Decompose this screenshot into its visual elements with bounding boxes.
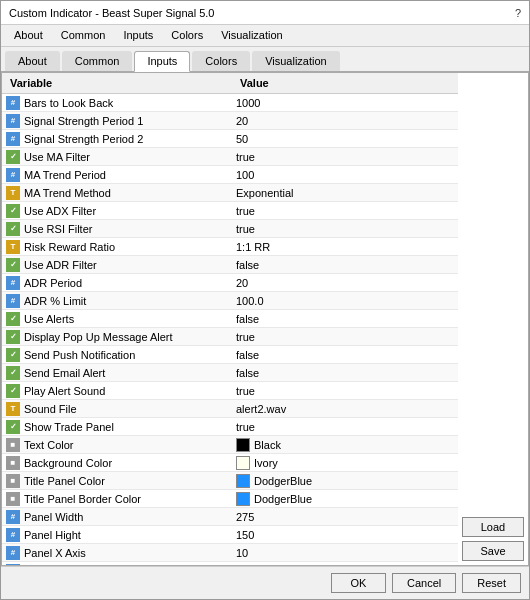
row-icon: # [6,114,20,128]
table-row[interactable]: ✓Use ADR Filterfalse [2,256,458,274]
var-label: Panel X Axis [24,547,86,559]
table-row[interactable]: ✓Use RSI Filtertrue [2,220,458,238]
window-title: Custom Indicator - Beast Super Signal 5.… [9,7,214,19]
color-swatch [236,492,250,506]
var-label: Use Alerts [24,313,74,325]
table-body: #Bars to Look Back1000#Signal Strength P… [2,94,458,565]
table-row[interactable]: ✓Play Alert Soundtrue [2,382,458,400]
tab-bar: About Common Inputs Colors Visualization [1,47,529,72]
table-row[interactable]: #ADR % Limit100.0 [2,292,458,310]
table-row[interactable]: ✓Display Pop Up Message Alerttrue [2,328,458,346]
row-icon: ■ [6,438,20,452]
val-text: Ivory [254,457,278,469]
var-label: ADR % Limit [24,295,86,307]
col-variable-header: Variable [6,75,236,91]
table-header: Variable Value [2,73,458,94]
table-row[interactable]: ✓Send Email Alertfalse [2,364,458,382]
tab-inputs[interactable]: Inputs [134,51,190,72]
val-text: alert2.wav [236,403,286,415]
help-button[interactable]: ? [515,7,521,19]
table-row[interactable]: TSound Filealert2.wav [2,400,458,418]
table-row[interactable]: #Panel Hight150 [2,526,458,544]
var-label: Use ADR Filter [24,259,97,271]
val-text: true [236,331,255,343]
table-row[interactable]: #Bars to Look Back1000 [2,94,458,112]
tab-colors[interactable]: Colors [192,51,250,71]
row-icon: ✓ [6,384,20,398]
ok-button[interactable]: OK [331,573,386,593]
menu-inputs[interactable]: Inputs [114,27,162,44]
table-row[interactable]: ✓Use ADX Filtertrue [2,202,458,220]
reset-button[interactable]: Reset [462,573,521,593]
val-text: DodgerBlue [254,493,312,505]
menu-common[interactable]: Common [52,27,115,44]
var-label: Signal Strength Period 2 [24,133,143,145]
row-icon: ✓ [6,366,20,380]
var-label: Background Color [24,457,112,469]
menu-colors[interactable]: Colors [162,27,212,44]
row-icon: ✓ [6,312,20,326]
tab-visualization[interactable]: Visualization [252,51,340,71]
load-button[interactable]: Load [462,517,524,537]
table-row[interactable]: #Panel Width275 [2,508,458,526]
val-text: 100 [236,169,254,181]
val-text: Exponential [236,187,294,199]
val-text: 50 [236,133,248,145]
bottom-panel: OK Cancel Reset [1,566,529,599]
var-label: Panel Y Axis [24,565,85,566]
table-row[interactable]: ✓Use Alertsfalse [2,310,458,328]
tab-about[interactable]: About [5,51,60,71]
table-row[interactable]: ■Title Panel Border ColorDodgerBlue [2,490,458,508]
save-button[interactable]: Save [462,541,524,561]
val-text: 0 [236,565,242,566]
val-text: true [236,151,255,163]
table-row[interactable]: ✓Show Trade Paneltrue [2,418,458,436]
table-row[interactable]: #ADR Period20 [2,274,458,292]
var-label: Signal Strength Period 1 [24,115,143,127]
var-label: Panel Width [24,511,83,523]
row-icon: ✓ [6,204,20,218]
row-icon: ✓ [6,258,20,272]
table-row[interactable]: #Panel Y Axis0 [2,562,458,565]
table-row[interactable]: #MA Trend Period100 [2,166,458,184]
table-row[interactable]: #Panel X Axis10 [2,544,458,562]
table-row[interactable]: TMA Trend MethodExponential [2,184,458,202]
row-icon: # [6,294,20,308]
table-row[interactable]: ✓Use MA Filtertrue [2,148,458,166]
tab-common[interactable]: Common [62,51,133,71]
menu-bar: About Common Inputs Colors Visualization [1,25,529,47]
row-icon: ✓ [6,348,20,362]
val-text: true [236,421,255,433]
table-row[interactable]: #Signal Strength Period 120 [2,112,458,130]
val-text: 1000 [236,97,260,109]
var-label: Text Color [24,439,74,451]
side-buttons: Load Save [458,73,528,565]
row-icon: ■ [6,474,20,488]
table-row[interactable]: TRisk Reward Ratio1:1 RR [2,238,458,256]
content-area: Variable Value #Bars to Look Back1000#Si… [1,72,529,566]
main-content: Variable Value #Bars to Look Back1000#Si… [2,73,528,565]
menu-visualization[interactable]: Visualization [212,27,292,44]
color-swatch [236,456,250,470]
val-text: 20 [236,277,248,289]
var-label: Use MA Filter [24,151,90,163]
table-row[interactable]: ■Background ColorIvory [2,454,458,472]
table-row[interactable]: ■Title Panel ColorDodgerBlue [2,472,458,490]
row-icon: # [6,132,20,146]
var-label: Bars to Look Back [24,97,113,109]
row-icon: T [6,402,20,416]
row-icon: # [6,168,20,182]
row-icon: ✓ [6,330,20,344]
cancel-button[interactable]: Cancel [392,573,456,593]
row-icon: ✓ [6,222,20,236]
val-text: true [236,205,255,217]
row-icon: # [6,96,20,110]
table-row[interactable]: #Signal Strength Period 250 [2,130,458,148]
table-row[interactable]: ■Text ColorBlack [2,436,458,454]
var-label: ADR Period [24,277,82,289]
var-label: MA Trend Period [24,169,106,181]
table-section: Variable Value #Bars to Look Back1000#Si… [2,73,458,565]
table-row[interactable]: ✓Send Push Notificationfalse [2,346,458,364]
color-swatch [236,474,250,488]
menu-about[interactable]: About [5,27,52,44]
